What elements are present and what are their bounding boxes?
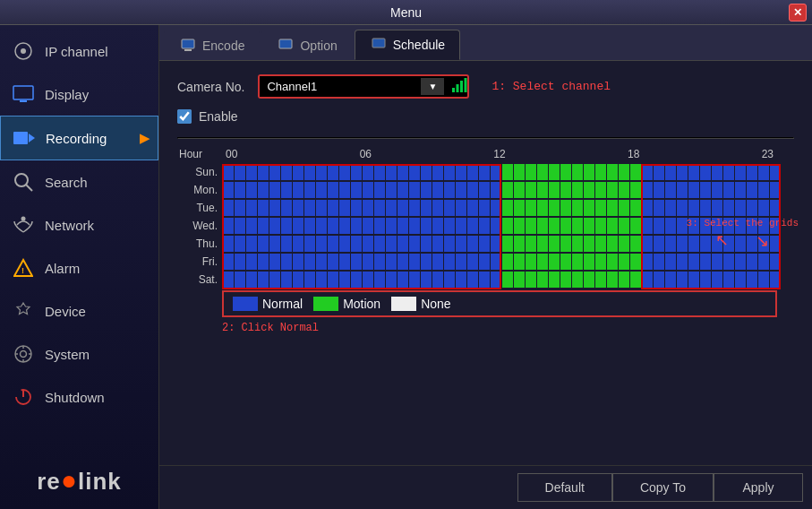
grid-cell[interactable] [595,272,606,288]
grid-cell[interactable] [444,164,455,180]
grid-cell[interactable] [642,200,653,216]
grid-cell[interactable] [502,200,513,216]
sidebar-item-ip-channel[interactable]: IP channel [0,30,158,73]
grid-cell[interactable] [235,164,245,180]
sidebar-item-recording[interactable]: Recording ▶ [0,116,158,160]
grid-cell[interactable] [758,182,769,198]
default-button[interactable]: Default [517,473,612,502]
grid-cell[interactable] [654,218,664,234]
grid-cell[interactable] [246,200,257,216]
grid-cell[interactable] [304,236,315,252]
grid-cell[interactable] [642,164,653,180]
grid-cell[interactable] [444,200,455,216]
grid-cell[interactable] [328,218,338,234]
grid-cell[interactable] [665,254,676,270]
grid-cell[interactable] [526,218,536,234]
copy-to-button[interactable]: Copy To [612,473,714,502]
grid-cell[interactable] [316,200,327,216]
grid-cell[interactable] [549,254,560,270]
grid-cell[interactable] [351,254,362,270]
grid-cell[interactable] [758,200,769,216]
grid-cell[interactable] [526,200,536,216]
grid-cell[interactable] [514,164,525,180]
grid-cell[interactable] [677,272,688,288]
grid-cell[interactable] [281,272,292,288]
grid-cell[interactable] [467,272,478,288]
grid-cell[interactable] [607,182,618,198]
grid-cell[interactable] [397,236,408,252]
grid-cell[interactable] [712,272,722,288]
grid-cell[interactable] [432,218,443,234]
grid-cell[interactable] [549,218,560,234]
grid-cell[interactable] [619,236,629,252]
grid-cell[interactable] [654,272,664,288]
grid-cell[interactable] [281,200,292,216]
grid-cell[interactable] [328,236,338,252]
grid-cell[interactable] [688,200,699,216]
grid-cell[interactable] [397,200,408,216]
grid-cell[interactable] [339,218,350,234]
grid-cell[interactable] [304,200,315,216]
grid-cell[interactable] [351,200,362,216]
grid-cell[interactable] [363,254,373,270]
grid-cell[interactable] [560,236,571,252]
grid-cell[interactable] [281,218,292,234]
grid-cell[interactable] [409,164,420,180]
grid-cell[interactable] [712,254,722,270]
grid-cell[interactable] [537,182,548,198]
grid-cell[interactable] [281,254,292,270]
grid-cell[interactable] [456,272,466,288]
grid-cell[interactable] [642,182,653,198]
grid-cell[interactable] [549,236,560,252]
grid-cell[interactable] [770,272,781,288]
grid-cell[interactable] [374,164,385,180]
grid-cell[interactable] [304,164,315,180]
grid-cell[interactable] [316,218,327,234]
grid-cell[interactable] [304,218,315,234]
grid-cell[interactable] [630,200,641,216]
grid-cell[interactable] [595,182,606,198]
grid-cell[interactable] [560,164,571,180]
grid-cell[interactable] [316,182,327,198]
grid-cell[interactable] [654,254,664,270]
grid-cell[interactable] [467,236,478,252]
grid-cell[interactable] [537,164,548,180]
grid-cell[interactable] [677,164,688,180]
grid-cell[interactable] [363,218,373,234]
grid-cell[interactable] [397,254,408,270]
grid-cell[interactable] [514,236,525,252]
grid-cell[interactable] [363,272,373,288]
sidebar-item-display[interactable]: Display [0,73,158,116]
grid-cell[interactable] [409,182,420,198]
grid-cell[interactable] [316,164,327,180]
grid-cell[interactable] [595,236,606,252]
grid-cell[interactable] [770,254,781,270]
grid-cell[interactable] [747,254,757,270]
grid-cell[interactable] [654,164,664,180]
grid-cell[interactable] [735,200,746,216]
grid-cell[interactable] [514,200,525,216]
grid-cell[interactable] [456,200,466,216]
grid-cell[interactable] [363,182,373,198]
grid-cell[interactable] [467,200,478,216]
grid-cell[interactable] [572,182,583,198]
grid-cell[interactable] [444,254,455,270]
grid-cell[interactable] [339,254,350,270]
grid-cell[interactable] [502,254,513,270]
grid-cell[interactable] [688,164,699,180]
grid-cell[interactable] [630,236,641,252]
grid-cell[interactable] [735,272,746,288]
grid-cell[interactable] [723,164,734,180]
sidebar-item-device[interactable]: Device [0,289,158,332]
grid-cell[interactable] [560,218,571,234]
grid-cell[interactable] [502,182,513,198]
grid-cell[interactable] [607,236,618,252]
grid-cell[interactable] [747,272,757,288]
grid-cell[interactable] [421,218,432,234]
grid-cell[interactable] [584,218,594,234]
grid-cell[interactable] [758,254,769,270]
grid-cell[interactable] [386,254,397,270]
grid-cell[interactable] [258,236,269,252]
grid-cell[interactable] [595,200,606,216]
grid-cell[interactable] [328,200,338,216]
